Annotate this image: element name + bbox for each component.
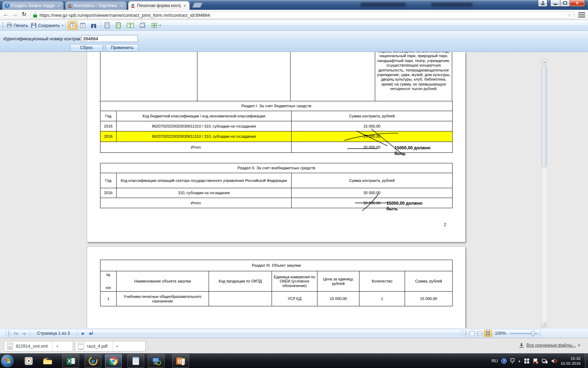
network-tray-icon[interactable] — [542, 358, 548, 364]
page-icon — [104, 22, 110, 28]
parameters-panel-toggle[interactable]: ? — [68, 21, 77, 30]
close-icon[interactable]: × — [182, 3, 187, 8]
taskbar-explorer-button[interactable] — [39, 354, 56, 368]
view-page-stack-button[interactable] — [139, 21, 146, 29]
print-button[interactable]: Печать — [6, 21, 28, 29]
contract-id-input[interactable] — [81, 35, 138, 42]
section2-col-year: Год — [100, 173, 117, 188]
view-dropdown-caret-icon[interactable]: ▼ — [159, 24, 161, 27]
tab-print-form[interactable]: Печатная форма контрак × — [128, 1, 190, 10]
view-facing-pages-button[interactable] — [127, 21, 134, 29]
save-label: Сохранить — [38, 23, 60, 28]
clipboard-question-icon: ? — [70, 22, 75, 28]
save-button[interactable]: Сохранить ▼ — [31, 21, 64, 29]
download-dropdown-caret-icon[interactable]: ▼ — [112, 341, 121, 351]
close-downloads-bar-icon[interactable]: × — [578, 342, 581, 348]
zoom-slider-thumb[interactable] — [531, 331, 535, 336]
view-single-page-button[interactable] — [104, 21, 110, 29]
back-button[interactable]: ← — [2, 11, 10, 18]
find-button[interactable] — [90, 21, 96, 29]
taskbar-outlook-button[interactable]: O — [172, 354, 189, 368]
language-indicator[interactable]: RU — [491, 359, 498, 363]
taskbar-notepad-button[interactable] — [127, 354, 144, 368]
restore-window-tray-icon[interactable] — [510, 358, 515, 364]
first-page-button[interactable]: ◀ — [12, 331, 20, 336]
action-center-flag-icon[interactable] — [533, 358, 539, 364]
multipage-grid-icon — [486, 331, 490, 335]
help-tray-icon[interactable]: ? — [501, 358, 507, 364]
save-dropdown-caret-icon[interactable]: ▼ — [61, 24, 64, 27]
download-item-xml[interactable]: 822914_xml.xml ▼ — [4, 341, 73, 352]
windows-update-tray-icon[interactable] — [524, 358, 530, 364]
view-continuous-button[interactable] — [115, 21, 121, 29]
reload-button[interactable]: ↻ — [20, 11, 28, 18]
tab-create-support-request[interactable]: ? Создать Запрос поддерж × — [2, 1, 64, 10]
show-hidden-icons-button[interactable]: ▲ — [518, 359, 521, 363]
section1-col-sum: Сумма контракта, рублей — [292, 111, 453, 121]
start-button[interactable] — [1, 355, 14, 367]
minimize-button[interactable] — [550, 0, 560, 7]
taskbar-remote-desktop-button[interactable] — [148, 354, 164, 368]
svg-text:e: e — [91, 357, 95, 365]
scrollbar-thumb[interactable] — [542, 66, 547, 167]
zoom-single-page-icon[interactable] — [470, 331, 474, 336]
taskbar-media-player-button[interactable] — [20, 354, 37, 368]
downloads-bar: 822914_xml.xml ▼ razd_4.pdf ▼ Все скачан… — [0, 338, 588, 353]
zoom-fit-width-icon[interactable] — [477, 331, 482, 336]
taskbar-clock[interactable]: 15:32 10.02.2016 — [560, 356, 581, 366]
cell-num: 1 — [100, 292, 117, 306]
show-desktop-button[interactable] — [585, 354, 588, 368]
media-player-icon — [24, 356, 34, 366]
columns-icon — [80, 22, 86, 28]
secure-lock-icon[interactable] — [33, 13, 37, 18]
view-multiple-pages-button[interactable]: ▼ — [151, 21, 161, 29]
previous-page-button[interactable]: ◀ — [20, 331, 28, 336]
xml-file-icon — [7, 343, 13, 350]
section3-table: Раздел III. Объект закупки №п/п Наименов… — [100, 260, 453, 306]
chrome-menu-button[interactable] — [578, 12, 585, 18]
close-window-button[interactable]: × — [569, 0, 585, 7]
taskbar-excel-button[interactable]: X — [62, 354, 79, 368]
next-page-button[interactable]: ▶ — [79, 331, 87, 336]
maximize-button[interactable] — [560, 0, 570, 7]
remote-desktop-icon — [151, 356, 161, 366]
apply-button[interactable]: Применить — [106, 44, 139, 52]
last-page-button[interactable]: ▶ — [87, 331, 95, 336]
scroll-up-button[interactable]: ▲ — [542, 59, 547, 64]
new-tab-button[interactable] — [192, 2, 203, 8]
section2-title: Раздел II. За счет внебюджетных средств — [100, 163, 453, 173]
bands-button[interactable] — [80, 21, 86, 29]
viewer-status-row: ◀ ◀ Страница 1 из 3 ▶ ▶ 100% — [0, 328, 588, 338]
scroll-down-button[interactable]: ▼ — [542, 322, 547, 327]
bookmark-star-icon[interactable]: ☆ — [567, 12, 572, 18]
url-text[interactable]: https://new.gz-spb.ru/report/viewer/name… — [40, 13, 210, 18]
zoom-slider[interactable] — [510, 333, 538, 334]
show-all-downloads-link[interactable]: Все скачанные файлы... — [526, 343, 576, 348]
reset-button[interactable]: Сброс — [70, 44, 103, 52]
close-icon[interactable]: × — [56, 3, 61, 8]
page-info-label: Страница 1 из 3 — [32, 331, 75, 336]
total-label: Итого — [100, 198, 292, 208]
toolbar-grip — [465, 330, 466, 336]
pdf-file-icon — [78, 343, 84, 350]
vertical-scrollbar[interactable]: ▲ ▼ — [541, 59, 547, 327]
system-tray: RU ? ▲ 15:32 10.02.2016 — [491, 354, 588, 368]
section3-col-price: Цена за единицу, рублей — [317, 271, 359, 292]
svg-text:?: ? — [503, 359, 505, 363]
download-item-pdf[interactable]: razd_4.pdf ▼ — [75, 341, 146, 352]
taskbar-chrome-button[interactable] — [105, 354, 122, 368]
zoom-multiple-pages-button[interactable] — [484, 330, 492, 337]
tab-contracts-card[interactable]: Контракты :: Карточка ко × — [65, 1, 127, 10]
section1-title: Раздел I. За счет бюджетных средств — [100, 101, 453, 111]
address-bar[interactable]: https://new.gz-spb.ru/report/viewer/name… — [30, 11, 574, 19]
taskbar-ie-button[interactable]: e — [85, 354, 102, 368]
forward-button[interactable]: → — [11, 11, 19, 18]
toolbar-separator — [101, 22, 101, 29]
zoom-level-label: 100% — [495, 331, 506, 336]
profile-button[interactable] — [538, 0, 547, 7]
close-icon[interactable]: × — [119, 3, 124, 8]
section3-col-qty: Количество — [359, 271, 405, 292]
volume-muted-tray-icon[interactable] — [551, 358, 557, 364]
section2-col-sum: Сумма контракта, рублей — [292, 173, 453, 188]
download-dropdown-caret-icon[interactable]: ▼ — [52, 341, 62, 351]
